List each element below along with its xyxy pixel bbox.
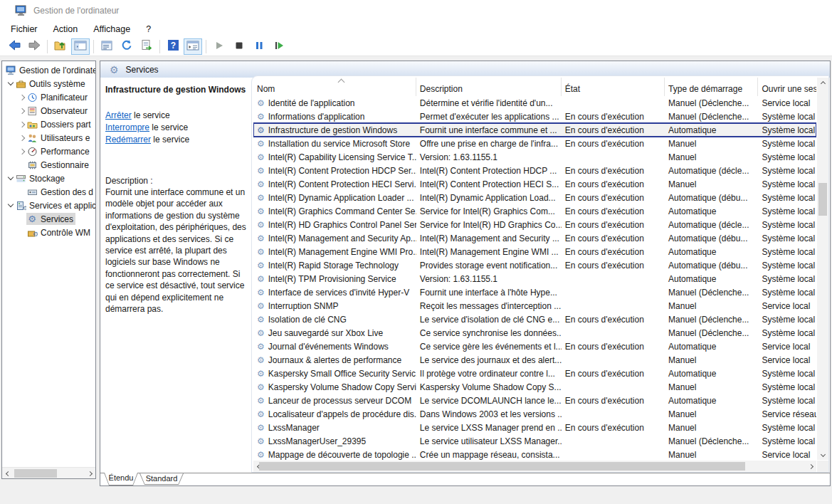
list-scroll-up-button[interactable] xyxy=(817,78,828,89)
service-row[interactable]: ⚙LxssManagerUser_29395Le service utilisa… xyxy=(253,434,816,448)
list-hscrollbar-thumb[interactable] xyxy=(259,462,745,471)
service-row[interactable]: ⚙LxssManagerLe service LXSS Manager pren… xyxy=(253,421,816,434)
service-row[interactable]: ⚙Isolation de clé CNGLe service d'isolat… xyxy=(253,313,816,326)
service-row[interactable]: ⚙Lanceur de processus serveur DCOMLe ser… xyxy=(253,394,816,407)
back-button[interactable] xyxy=(5,38,23,55)
service-row[interactable]: ⚙Kaspersky Volume Shadow Copy Servi...Ka… xyxy=(253,380,816,394)
service-row[interactable]: ⚙Kaspersky Small Office Security Servic.… xyxy=(253,367,816,380)
tree-scrollbar-thumb[interactable] xyxy=(14,469,57,478)
service-description-cell: Ce service gère les événements et l... xyxy=(416,342,562,352)
tab-etendu[interactable]: Étendu xyxy=(104,473,138,485)
tree-item-gestion-des-d[interactable]: Gestion des d xyxy=(2,185,95,199)
service-gear-icon: ⚙ xyxy=(257,221,265,229)
stop-service-link[interactable]: Arrêter xyxy=(105,110,132,120)
tab-standard[interactable]: Standard xyxy=(139,473,184,485)
list-vscrollbar-thumb[interactable] xyxy=(818,183,827,216)
show-console-tree-button[interactable] xyxy=(71,38,90,55)
tree-scroll-left-button[interactable] xyxy=(2,468,14,479)
tree-item-label: Gestion des d xyxy=(41,187,93,197)
service-row[interactable]: ⚙Identité de l'applicationDétermine et v… xyxy=(253,96,816,110)
list-scroll-down-button[interactable] xyxy=(817,448,828,460)
chevron-down-icon[interactable] xyxy=(8,174,14,180)
chevron-down-icon[interactable] xyxy=(8,201,14,207)
start-service-button[interactable] xyxy=(210,38,228,55)
tree-item-services-et-applic[interactable]: ⚙Services et applic xyxy=(2,199,95,212)
tree-item-planificateur[interactable]: Planificateur xyxy=(2,90,95,104)
service-row[interactable]: ⚙Journal d'événements WindowsCe service … xyxy=(253,340,816,353)
tree-item-stockage[interactable]: Stockage xyxy=(2,172,95,185)
cell-text: En cours d'exécution xyxy=(565,166,644,176)
menu-help[interactable]: ? xyxy=(138,21,159,37)
service-row[interactable]: ⚙Intel(R) Content Protection HDCP Ser...… xyxy=(253,164,816,177)
column-header-ouvrir-session[interactable]: Ouvrir une ses xyxy=(758,78,816,96)
scrollbar-corner xyxy=(817,461,828,472)
service-row[interactable]: ⚙Intel(R) Management Engine WMI Pro...In… xyxy=(253,245,816,258)
help-button[interactable]: ? xyxy=(164,38,182,55)
service-logon-cell: Service réseau xyxy=(758,409,816,419)
service-row[interactable]: ⚙Intel(R) Management and Security Ap...I… xyxy=(253,231,816,245)
tree-item-outils-syst-me[interactable]: Outils système xyxy=(2,77,95,90)
tree-item-dossiers-part[interactable]: Dossiers part xyxy=(2,117,95,131)
service-row[interactable]: ⚙Interface de services d'invité Hyper-VF… xyxy=(253,285,816,299)
list-scroll-right-button[interactable] xyxy=(805,461,816,472)
column-header-etat[interactable]: État xyxy=(562,78,665,96)
chevron-down-icon[interactable] xyxy=(8,80,14,85)
chevron-right-icon[interactable] xyxy=(19,94,25,100)
service-startup-type-cell: Manuel xyxy=(665,301,758,311)
toolbar-separator xyxy=(206,40,206,53)
service-row[interactable]: ⚙Intel(R) Dynamic Application Loader ...… xyxy=(253,191,816,204)
restart-service-button[interactable] xyxy=(270,38,288,55)
chevron-right-icon[interactable] xyxy=(19,121,25,127)
restart-service-link[interactable]: Redémarrer xyxy=(105,135,151,145)
service-row[interactable]: ⚙Installation du service Microsoft Store… xyxy=(253,137,816,150)
column-header-description[interactable]: Description xyxy=(416,78,562,96)
chevron-right-icon[interactable] xyxy=(19,148,25,154)
tree-item-services[interactable]: ⚙Services xyxy=(2,212,95,226)
service-row[interactable]: ⚙Interruption SNMPReçoit les messages d'… xyxy=(253,299,816,313)
tree-item-performance[interactable]: Performance xyxy=(2,145,95,158)
tree-item-utilisateurs-e[interactable]: Utilisateurs e xyxy=(2,131,95,145)
service-row[interactable]: ⚙Intel(R) Capability Licensing Service T… xyxy=(253,150,816,164)
service-row[interactable]: ⚙Intel(R) Graphics Command Center Se...S… xyxy=(253,204,816,218)
cell-text: Automatique (débu... xyxy=(668,261,747,271)
service-row[interactable]: ⚙Intel(R) Content Protection HECI Servi.… xyxy=(253,177,816,191)
properties-button[interactable] xyxy=(98,38,116,55)
column-header-nom[interactable]: Nom xyxy=(253,78,416,96)
chevron-right-icon[interactable] xyxy=(19,135,25,140)
service-row[interactable]: ⚙Jeu sauvegardé sur Xbox LiveCe service … xyxy=(253,326,816,340)
chevron-right-icon[interactable] xyxy=(19,107,25,113)
menu-affichage[interactable]: Affichage xyxy=(85,21,138,37)
service-row[interactable]: ⚙Intel(R) TPM Provisioning ServiceVersio… xyxy=(253,272,816,285)
cell-text: Intel(R) Content Protection HDCP Ser... xyxy=(268,166,416,176)
service-startup-type-cell: Manuel (Déclenche... xyxy=(665,112,758,122)
tree-horizontal-scrollbar[interactable] xyxy=(2,467,95,478)
tree-scroll-right-button[interactable] xyxy=(84,468,95,479)
service-row[interactable]: ⚙Journaux & alertes de performanceLe ser… xyxy=(253,353,816,367)
service-row[interactable]: ⚙Intel(R) Rapid Storage TechnologyProvid… xyxy=(253,258,816,272)
cell-text: Service local xyxy=(762,301,810,311)
service-row[interactable]: ⚙Mappage de découverte de topologie ...C… xyxy=(253,448,816,460)
stop-service-button[interactable] xyxy=(230,38,248,55)
service-row[interactable]: ⚙Informations d'applicationPermet d'exéc… xyxy=(253,110,816,123)
list-horizontal-scrollbar[interactable] xyxy=(253,461,816,472)
refresh-button[interactable] xyxy=(117,38,136,55)
up-one-level-button[interactable] xyxy=(51,38,70,55)
show-action-pane-button[interactable] xyxy=(184,38,202,55)
column-header-type-demarrage[interactable]: Type de démarrage xyxy=(665,78,758,96)
pause-service-button[interactable] xyxy=(250,38,268,55)
pause-service-link[interactable]: Interrompre xyxy=(105,122,149,132)
service-row[interactable]: ⚙Localisateur d'appels de procédure dis.… xyxy=(253,407,816,421)
tree-item-contr-le-wm[interactable]: ⚙Contrôle WM xyxy=(2,226,95,239)
export-list-button[interactable] xyxy=(137,38,156,55)
tree-item-observateur[interactable]: Observateur xyxy=(2,104,95,117)
tree-item-gestionnaire[interactable]: Gestionnaire xyxy=(2,158,95,172)
forward-button[interactable] xyxy=(25,38,43,55)
tree-item-gestion-de-l-ordinate[interactable]: Gestion de l'ordinate xyxy=(2,63,95,77)
service-row[interactable]: ⚙Infrastructure de gestion WindowsFourni… xyxy=(253,123,816,137)
menu-fichier[interactable]: Fichier xyxy=(3,21,46,37)
cell-text: Intel(R) Content Protection HDCP ... xyxy=(420,166,557,176)
list-vertical-scrollbar[interactable] xyxy=(817,78,828,460)
help-icon: ? xyxy=(167,39,179,53)
menu-action[interactable]: Action xyxy=(46,21,86,37)
service-row[interactable]: ⚙Intel(R) HD Graphics Control Panel Ser.… xyxy=(253,218,816,231)
